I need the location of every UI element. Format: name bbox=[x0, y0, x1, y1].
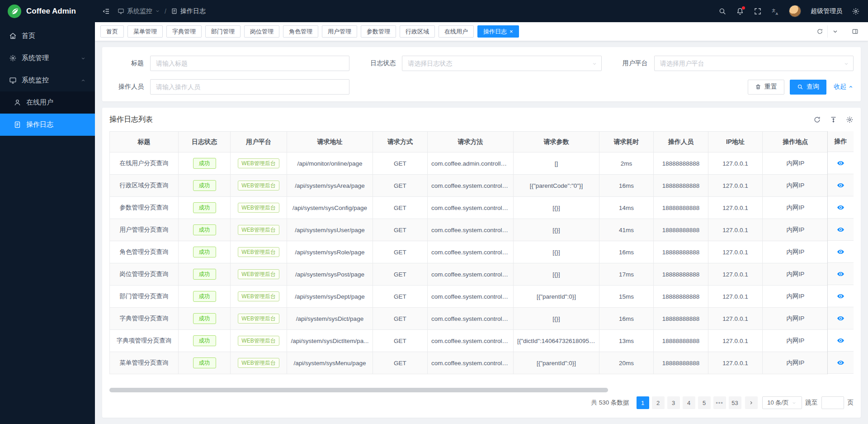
tab-close-icon[interactable]: × bbox=[509, 29, 513, 34]
app-root: Coffee Admin 首页系统管理系统监控在线用户操作日志 系统监控 / bbox=[0, 0, 868, 424]
cell-title: 在线用户分页查询 bbox=[110, 152, 179, 175]
next-page-button[interactable] bbox=[745, 396, 758, 409]
search-icon[interactable] bbox=[718, 7, 726, 15]
platform-badge: WEB管理后台 bbox=[238, 358, 279, 368]
tab-actions bbox=[812, 25, 863, 38]
cell-method: GET bbox=[373, 175, 428, 197]
view-detail-eye-icon[interactable] bbox=[837, 337, 844, 344]
filter-panel: 标题 日志状态 用户平台 bbox=[102, 47, 861, 101]
page-button[interactable]: 1 bbox=[637, 396, 649, 409]
page-size-select[interactable]: 10 条/页 bbox=[762, 396, 802, 409]
row-height-icon[interactable] bbox=[830, 116, 837, 124]
view-detail-eye-icon[interactable] bbox=[837, 159, 844, 167]
tab-item[interactable]: 参数管理 bbox=[361, 25, 396, 38]
cell-platform: WEB管理后台 bbox=[231, 286, 287, 308]
column-settings-icon[interactable] bbox=[846, 116, 854, 124]
sidebar-item-system-manage[interactable]: 系统管理 bbox=[0, 47, 95, 69]
page-button[interactable]: 4 bbox=[683, 396, 695, 409]
view-detail-eye-icon[interactable] bbox=[837, 181, 844, 189]
cell-params: [{"parentCode":"0"}] bbox=[514, 175, 599, 197]
cell-time: 15ms bbox=[599, 286, 654, 308]
fullscreen-icon[interactable] bbox=[754, 7, 762, 15]
cell-url: /api/system/sysUser/page bbox=[287, 219, 373, 241]
filter-title-field: 标题 bbox=[109, 56, 349, 71]
query-button[interactable]: 查询 bbox=[790, 80, 826, 95]
cell-title: 行政区域分页查询 bbox=[110, 175, 179, 197]
breadcrumb-current-label: 操作日志 bbox=[180, 7, 206, 15]
tab-item[interactable]: 菜单管理 bbox=[127, 25, 163, 38]
platform-select[interactable] bbox=[654, 56, 854, 71]
tab-label: 行政区域 bbox=[406, 28, 429, 36]
menu-fold-icon[interactable] bbox=[102, 7, 110, 15]
filter-status-label: 日志状态 bbox=[361, 59, 396, 67]
app-logo[interactable]: Coffee Admin bbox=[0, 0, 95, 22]
notification-bell-icon[interactable] bbox=[736, 7, 744, 15]
tab-item[interactable]: 岗位管理 bbox=[244, 25, 279, 38]
user-avatar[interactable] bbox=[789, 5, 801, 17]
tab-options-chevron-icon[interactable] bbox=[827, 25, 843, 38]
table-row: 在线用户分页查询成功WEB管理后台/api/monitor/online/pag… bbox=[110, 152, 829, 175]
sidebar-item-operation-logs[interactable]: 操作日志 bbox=[0, 114, 95, 136]
cell-method: GET bbox=[373, 197, 428, 219]
table-row: 字典管理分页查询成功WEB管理后台/api/system/sysDict/pag… bbox=[110, 308, 829, 330]
view-detail-eye-icon[interactable] bbox=[837, 248, 844, 256]
cell-operator: 18888888888 bbox=[654, 308, 708, 330]
cell-ip: 127.0.0.1 bbox=[708, 263, 763, 286]
tab-item[interactable]: 在线用户 bbox=[439, 25, 474, 38]
tab-item[interactable]: 部门管理 bbox=[205, 25, 241, 38]
cell-url: /api/monitor/online/page bbox=[287, 152, 373, 175]
sidebar-item-label: 在线用户 bbox=[26, 98, 86, 107]
settings-gear-icon[interactable] bbox=[852, 7, 860, 15]
horizontal-scrollbar[interactable] bbox=[109, 388, 854, 392]
sidebar-item-system-monitor[interactable]: 系统监控 bbox=[0, 69, 95, 91]
view-detail-eye-icon[interactable] bbox=[837, 204, 844, 211]
svg-text:A: A bbox=[776, 11, 778, 15]
cell-method: GET bbox=[373, 219, 428, 241]
scrollbar-thumb[interactable] bbox=[109, 388, 608, 392]
user-name[interactable]: 超级管理员 bbox=[811, 7, 842, 15]
breadcrumb-separator: / bbox=[165, 8, 166, 15]
tab-item[interactable]: 字典管理 bbox=[166, 25, 202, 38]
sidebar-item-home[interactable]: 首页 bbox=[0, 25, 95, 47]
collapse-filters-link[interactable]: 收起 bbox=[834, 83, 854, 91]
cell-method: GET bbox=[373, 263, 428, 286]
page-button[interactable]: 2 bbox=[652, 396, 665, 409]
main-area: 系统监控 / 操作日志 文A bbox=[95, 0, 868, 424]
layout-icon[interactable] bbox=[847, 25, 863, 38]
page-button[interactable]: 5 bbox=[698, 396, 711, 409]
operator-input[interactable] bbox=[150, 79, 349, 95]
tab-item[interactable]: 用户管理 bbox=[322, 25, 357, 38]
title-input[interactable] bbox=[150, 56, 349, 71]
tab-item[interactable]: 角色管理 bbox=[283, 25, 318, 38]
translate-icon[interactable]: 文A bbox=[771, 7, 779, 15]
jump-page-input[interactable] bbox=[821, 396, 844, 409]
table-row: 用户管理分页查询成功WEB管理后台/api/system/sysUser/pag… bbox=[110, 219, 829, 241]
view-detail-eye-icon[interactable] bbox=[837, 314, 844, 322]
view-detail-eye-icon[interactable] bbox=[837, 226, 844, 233]
cell-operator: 18888888888 bbox=[654, 197, 708, 219]
cell-time: 14ms bbox=[599, 197, 654, 219]
refresh-tab-icon[interactable] bbox=[812, 25, 827, 38]
refresh-icon[interactable] bbox=[813, 116, 821, 124]
cell-params: [{"parentId":0}] bbox=[514, 286, 599, 308]
view-detail-eye-icon[interactable] bbox=[837, 270, 844, 278]
column-header-ip: IP地址 bbox=[708, 132, 763, 152]
page-ellipsis[interactable]: ••• bbox=[713, 396, 726, 409]
column-header-method: 请求方式 bbox=[373, 132, 428, 152]
tab-item[interactable]: 首页 bbox=[100, 25, 124, 38]
page-button[interactable]: 3 bbox=[667, 396, 680, 409]
column-header-status: 日志状态 bbox=[179, 132, 231, 152]
page-button[interactable]: 53 bbox=[729, 396, 741, 409]
sidebar-item-online-users[interactable]: 在线用户 bbox=[0, 91, 95, 114]
cell-operator: 18888888888 bbox=[654, 352, 708, 374]
cell-platform: WEB管理后台 bbox=[231, 197, 287, 219]
tab-item[interactable]: 行政区域 bbox=[400, 25, 435, 38]
tab-item[interactable]: 操作日志× bbox=[477, 25, 519, 38]
status-select[interactable] bbox=[402, 56, 601, 71]
status-select-input[interactable] bbox=[402, 56, 601, 71]
breadcrumb-parent[interactable]: 系统监控 bbox=[118, 7, 160, 15]
reset-button[interactable]: 重置 bbox=[748, 80, 784, 95]
view-detail-eye-icon[interactable] bbox=[837, 292, 844, 300]
view-detail-eye-icon[interactable] bbox=[837, 359, 844, 367]
platform-select-input[interactable] bbox=[654, 56, 854, 71]
